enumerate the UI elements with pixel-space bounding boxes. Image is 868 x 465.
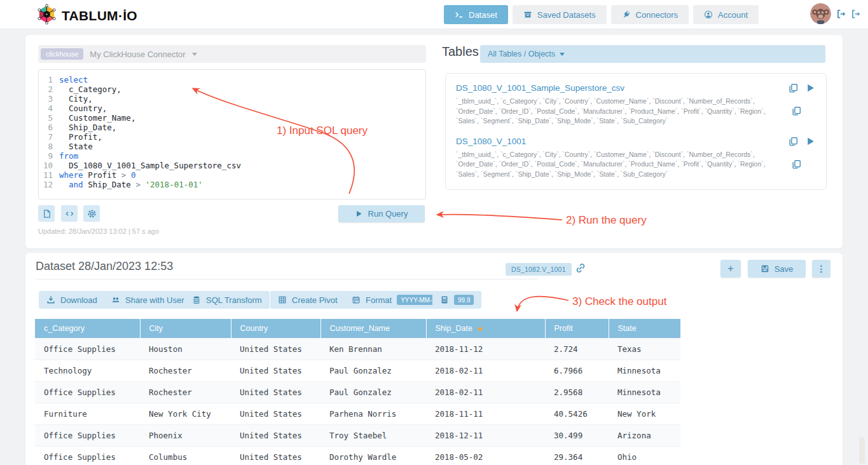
sql-editor[interactable]: 1select2 c_Category,3 City,4 Country,5 C… [38, 69, 426, 199]
code-line: 8 State [39, 142, 425, 151]
table-cell: New York [609, 403, 680, 425]
column-header-city[interactable]: City [140, 319, 231, 339]
table-cell: 40.5426 [545, 403, 609, 425]
table-name-link[interactable]: DS_1080_V_1001_Sample_Superstore_csv [456, 83, 624, 93]
connector-selector[interactable]: clickhouse My ClickHouse Connector [38, 45, 426, 63]
vertical-scrollbar[interactable] [859, 437, 865, 464]
save-icon [761, 264, 769, 273]
copy-icon[interactable] [788, 136, 799, 147]
users-icon [111, 295, 120, 304]
add-dataset-button[interactable]: + [720, 260, 741, 278]
plug-icon [620, 8, 633, 21]
connector-type-badge: clickhouse [41, 48, 83, 60]
code-line: 9from [39, 151, 425, 161]
logout-icon[interactable] [836, 8, 847, 20]
code-line: 11where Profit > 0 [39, 170, 425, 180]
result-table: c_CategoryCityCountryCustomer_NameShip_D… [35, 319, 680, 465]
table-cell: 29.364 [545, 447, 609, 465]
table-cell: 2.9568 [545, 382, 609, 403]
table-cell: Office Supplies [35, 382, 140, 403]
column-header-c_category[interactable]: c_Category [35, 319, 140, 339]
line-number: 11 [39, 170, 59, 180]
brand-logo[interactable]: TABLUM·İO [37, 4, 137, 27]
table-cell: United States [231, 447, 320, 465]
table-cell: Arizona [609, 425, 680, 447]
copy-columns-icon[interactable] [791, 105, 802, 116]
line-number: 10 [39, 161, 59, 170]
archive-icon [523, 10, 532, 19]
table-cell: Ken Brennan [320, 339, 426, 360]
table-cell: Parhena Norris [320, 403, 426, 425]
use-table-play-icon[interactable] [805, 83, 816, 93]
line-number: 6 [39, 123, 59, 132]
use-table-play-icon[interactable] [805, 136, 816, 147]
table-cell: Office Supplies [35, 447, 140, 465]
nav-saved-datasets-button[interactable]: Saved Datasets [513, 5, 607, 24]
table-row: FurnitureNew York CityUnited StatesParhe… [35, 403, 680, 425]
table-columns-list: `_tblm_uuid_`, `c_Category`, `City`, `Co… [456, 150, 788, 180]
nav-connectors-button[interactable]: Connectors [611, 5, 689, 24]
line-number: 8 [39, 142, 59, 151]
chevron-down-icon [192, 53, 197, 56]
table-columns-list: `_tblm_uuid_`, `c_Category`, `City`, `Co… [456, 97, 788, 126]
code-line: 4 Country, [39, 104, 425, 113]
run-query-button[interactable]: Run Query [338, 205, 425, 222]
table-cell: Rochester [140, 382, 231, 403]
nav-account-button[interactable]: Account [693, 5, 759, 24]
copy-columns-icon[interactable] [791, 159, 802, 170]
document-icon [42, 209, 52, 219]
line-number: 1 [39, 75, 59, 84]
database-icon [192, 295, 201, 304]
column-header-profit[interactable]: Profit [545, 319, 609, 339]
link-icon[interactable] [575, 262, 586, 274]
table-entry: DS_1080_V_1001 `_tblm_uuid_`, `c_Categor… [456, 136, 816, 180]
title-divider [36, 279, 538, 280]
copy-icon[interactable] [788, 83, 799, 93]
column-header-state[interactable]: State [609, 319, 680, 339]
number-precision-button[interactable]: 99.9 [432, 291, 481, 309]
query-settings-button[interactable] [83, 205, 100, 222]
more-options-button[interactable]: ⋮ [812, 260, 830, 278]
table-entry: DS_1080_V_1001_Sample_Superstore_csv `_t… [456, 83, 816, 126]
table-row: Office SuppliesRochesterUnited StatesPau… [35, 382, 680, 403]
chevron-down-icon [560, 53, 565, 56]
code-line: 5 Customer_Name, [39, 113, 425, 123]
table-cell: 2.724 [545, 339, 609, 360]
annotation-step2: 2) Run the query [566, 214, 647, 227]
table-row: Office SuppliesPhoenixUnited StatesTroy … [35, 425, 680, 447]
create-pivot-button[interactable]: Create Pivot [270, 291, 345, 309]
sort-indicator-icon [478, 327, 482, 331]
table-row: Office SuppliesHoustonUnited StatesKen B… [35, 339, 680, 360]
grid-icon [278, 295, 287, 304]
code-line: 10 DS_1080_V_1001_Sample_Superstore_csv [39, 161, 425, 170]
table-cell: 2018-05-02 [426, 447, 545, 465]
table-cell: Paul Gonzalez [320, 382, 426, 403]
column-header-country[interactable]: Country [231, 319, 320, 339]
table-cell: 6.7966 [545, 360, 609, 382]
nav-dataset-button[interactable]: Dataset [444, 5, 508, 24]
tables-filter-dropdown[interactable]: All Tables / Objects [480, 45, 825, 63]
sql-transform-button[interactable]: SQL Transform [184, 291, 270, 309]
column-header-ship_date[interactable]: Ship_Date [426, 319, 545, 339]
query-updated-status: Updated: 28/Jan/2023 13:02 | 57 s ago [38, 227, 159, 235]
save-button[interactable]: Save [748, 260, 806, 278]
user-avatar[interactable] [810, 3, 831, 24]
download-button[interactable]: Download [39, 291, 105, 309]
connector-name: My ClickHouse Connector [90, 50, 185, 59]
table-row: Office SuppliesColumbusUnited StatesDoro… [35, 447, 680, 465]
table-row: TechnologyRochesterUnited StatesPaul Gon… [35, 360, 680, 382]
code-view-button[interactable] [61, 205, 78, 222]
table-cell: Furniture [35, 403, 140, 425]
dataset-id-badge: DS_1082.V_1001 [506, 263, 572, 276]
download-icon [46, 295, 55, 304]
column-header-customer_name[interactable]: Customer_Name [320, 319, 426, 339]
table-cell: Technology [35, 360, 140, 382]
query-card: clickhouse My ClickHouse Connector 1sele… [25, 35, 843, 248]
new-query-button[interactable] [38, 205, 55, 222]
table-name-link[interactable]: DS_1080_V_1001 [456, 137, 526, 146]
plus-icon: + [727, 263, 733, 274]
table-cell: Phoenix [140, 425, 231, 447]
share-with-user-button[interactable]: Share with User [104, 291, 191, 309]
logout-alt-icon[interactable] [850, 8, 862, 20]
table-cell: United States [231, 360, 320, 382]
